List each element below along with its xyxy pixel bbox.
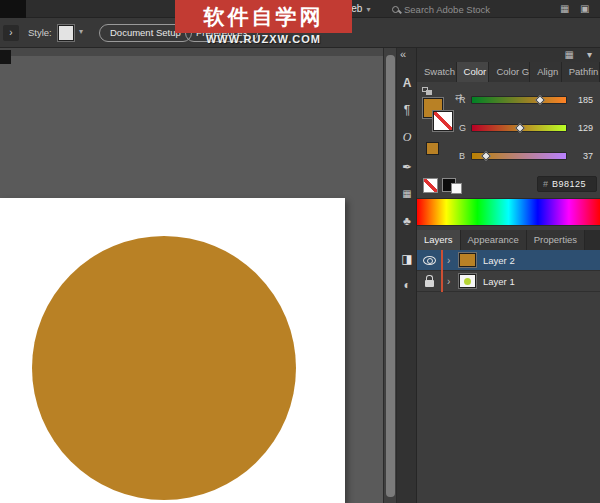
ruler-origin [0,50,11,64]
layer-expand-icon[interactable]: › [447,255,459,266]
canvas[interactable] [0,48,383,503]
color-panel-tabs: Swatch Color Color G Align Pathfin [417,62,600,82]
green-slider-row: G 129 [459,120,597,136]
appearance-panel-icon[interactable]: ✒ [397,160,417,174]
red-value[interactable]: 185 [567,95,593,105]
tab-color[interactable]: Color [457,62,490,82]
green-value[interactable]: 129 [567,123,593,133]
layers-panel-tabs: Layers Appearance Properties [417,230,600,250]
blue-slider-label: B [459,151,471,161]
symbols-panel-icon[interactable]: ♣ [397,214,417,228]
layer-color-bar [441,250,443,271]
hex-color-field[interactable]: # B98125 [537,176,597,192]
tab-swatches[interactable]: Swatch [417,62,457,82]
watermark-banner: 软件自学网 [175,0,352,33]
tab-pathfinder[interactable]: Pathfin [562,62,600,82]
eye-icon [423,256,436,265]
adobe-stock-search[interactable]: Search Adobe Stock [392,2,562,16]
stroke-color-proxy[interactable] [433,111,453,131]
app-corner [0,0,26,18]
illustrator-window: Web▾ Search Adobe Stock ▦ ▣ › Style: ▾ D… [0,0,600,503]
green-slider[interactable] [471,124,567,132]
green-slider-handle[interactable] [515,123,525,133]
tab-layers[interactable]: Layers [417,230,461,250]
collapse-dock-icon[interactable]: « [400,48,406,60]
mini-square-front [426,90,432,95]
layer-thumbnail[interactable] [459,274,476,288]
search-placeholder: Search Adobe Stock [404,4,490,15]
layer-name[interactable]: Layer 1 [483,276,515,287]
circle-shape[interactable] [32,236,296,500]
opentype-panel-icon[interactable]: O [397,130,417,145]
blue-slider-row: B 37 [459,148,597,164]
watermark-title: 软件自学网 [204,3,324,31]
gradient-panel-icon[interactable]: ◨ [397,252,417,266]
none-color-swatch[interactable] [423,178,438,193]
character-panel-icon[interactable]: A [397,76,417,90]
lock-toggle[interactable] [417,276,441,287]
layer-name[interactable]: Layer 2 [483,255,515,266]
paragraph-panel-icon[interactable]: ¶ [397,103,417,117]
blue-slider[interactable] [471,152,567,160]
dock-menu-icon[interactable]: ▾ [587,49,592,60]
chevron-down-icon: ▾ [366,5,370,14]
hex-value: B98125 [552,179,586,189]
visibility-toggle[interactable] [417,256,441,265]
color-panel-body: ⇄ R 185 G 129 B 37 # [417,82,600,198]
watermark-url: WWW.RUZXW.COM [175,33,352,45]
style-swatch[interactable] [58,25,74,41]
vertical-scrollbar[interactable] [383,48,397,503]
green-slider-label: G [459,123,471,133]
scrollbar-thumb[interactable] [386,55,395,497]
tab-color-guide[interactable]: Color G [489,62,530,82]
expand-panel-button[interactable]: › [3,25,19,41]
search-icon [392,6,399,13]
panel-dock-strip: « A ¶ O ✒ ▦ ♣ ◨ ◐ [397,48,417,503]
active-color-swatch[interactable] [426,142,439,155]
red-slider-handle[interactable] [535,95,545,105]
color-spectrum-bar[interactable] [417,198,600,226]
red-slider-row: R 185 [459,92,597,108]
canvas-top-edge [0,48,383,56]
red-slider[interactable] [471,96,567,104]
artboards-panel-icon[interactable]: ▦ [397,188,417,199]
transparency-panel-icon[interactable]: ◐ [397,278,417,292]
layer-color-bar [441,271,443,292]
arrange-documents-icon[interactable]: ▦ [560,3,569,14]
right-panel-dock: ▦ ▾ Swatch Color Color G Align Pathfin ⇄… [417,48,600,503]
layer-thumbnail[interactable] [459,253,476,267]
panel-dock-header: ▦ ▾ [417,48,600,62]
default-fill-stroke-icon[interactable] [422,87,433,96]
style-dropdown-icon[interactable]: ▾ [79,27,83,36]
layer-row-layer-2[interactable]: › Layer 2 [417,250,600,271]
tab-align[interactable]: Align [530,62,562,82]
style-label: Style: [28,27,52,38]
dock-grid-icon[interactable]: ▦ [565,49,574,60]
blue-slider-handle[interactable] [481,151,491,161]
tab-properties[interactable]: Properties [527,230,585,250]
white-swatch[interactable] [451,183,462,194]
tab-appearance[interactable]: Appearance [461,230,527,250]
red-slider-label: R [459,95,471,105]
layer-expand-icon[interactable]: › [447,276,459,287]
layer-row-layer-1[interactable]: › Layer 1 [417,271,600,292]
lock-icon [425,280,434,287]
layers-panel-body: › Layer 2 › Layer 1 [417,250,600,503]
artboard[interactable] [0,198,345,503]
workspace-switcher-icon[interactable]: ▣ [580,3,589,14]
hex-prefix: # [543,179,548,189]
blue-value[interactable]: 37 [567,151,593,161]
